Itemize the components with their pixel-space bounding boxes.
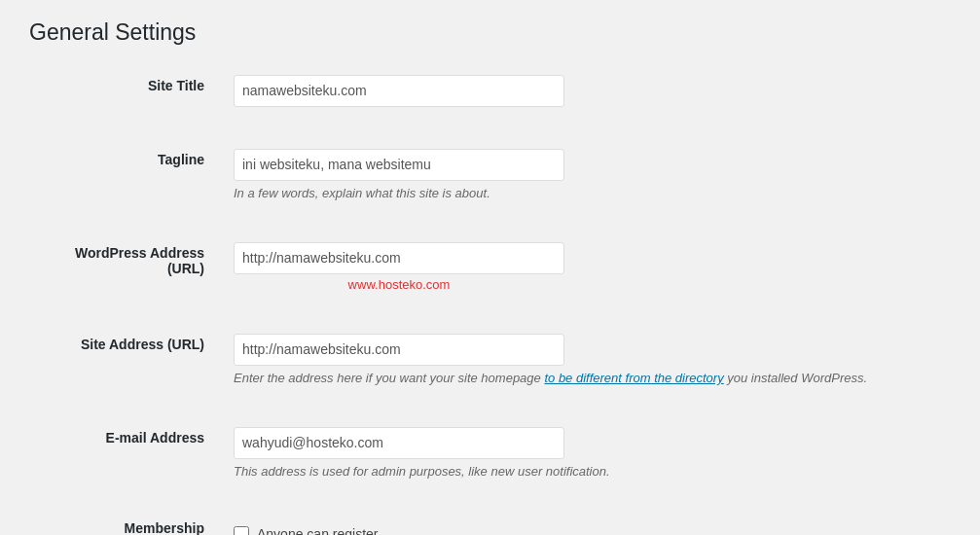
membership-checkbox-label: Anyone can register [257, 526, 379, 535]
tagline-description: In a few words, explain what this site i… [234, 186, 941, 200]
settings-table: Site Title Tagline In a few words, expla… [29, 65, 951, 535]
wp-address-error: www.hosteko.com [234, 277, 564, 292]
page-title: General Settings [29, 19, 951, 46]
site-address-desc-before: Enter the address here if you want your … [234, 371, 544, 385]
membership-label: Membership [125, 520, 204, 535]
wp-address-input[interactable] [234, 242, 564, 274]
site-title-label: Site Title [148, 78, 204, 93]
site-address-label: Site Address (URL) [81, 337, 204, 352]
site-address-desc-after: you installed WordPress. [724, 371, 867, 385]
tagline-row: Tagline In a few words, explain what thi… [29, 139, 951, 210]
wp-address-label: WordPress Address (URL) [75, 245, 204, 276]
membership-checkbox[interactable] [234, 526, 249, 535]
site-address-row: Site Address (URL) Enter the address her… [29, 324, 951, 395]
membership-row: Membership Anyone can register [29, 511, 951, 535]
site-title-row: Site Title [29, 65, 951, 117]
tagline-label: Tagline [158, 152, 204, 167]
email-label: E-mail Address [106, 430, 204, 446]
site-address-input[interactable] [234, 334, 564, 366]
site-address-desc-link[interactable]: to be different from the directory [544, 371, 723, 385]
membership-checkbox-row: Anyone can register [234, 520, 941, 535]
tagline-input[interactable] [234, 149, 564, 181]
email-input[interactable] [234, 427, 564, 459]
email-description: This address is used for admin purposes,… [234, 464, 941, 479]
wp-address-row: WordPress Address (URL) www.hosteko.com [29, 232, 951, 302]
site-title-input[interactable] [234, 75, 564, 107]
email-row: E-mail Address This address is used for … [29, 417, 951, 488]
site-address-description: Enter the address here if you want your … [234, 371, 941, 385]
